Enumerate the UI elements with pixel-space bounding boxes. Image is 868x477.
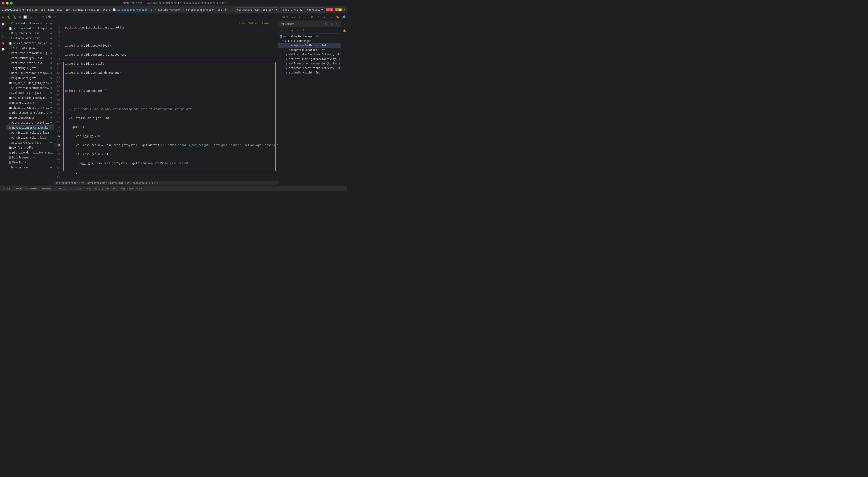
tree-item-rongextension[interactable]: ☕ RongExtension.java xyxy=(6,31,54,36)
breadcrumb-condition[interactable]: if (resourceId > 0) { xyxy=(127,182,158,184)
tree-item-activitycompat[interactable]: ☕ ActivityCompat.java xyxy=(6,140,54,145)
sidebar-icon-bookmarks[interactable]: 🔖 xyxy=(1,41,6,46)
tree-item-rc-ext-plugin[interactable]: 📄 rc_ext_plugin_grid_view.xml xyxy=(6,81,54,85)
tree-item-versiongradle[interactable]: 📄 version.gradle xyxy=(6,115,54,120)
right-icon-notifications[interactable]: 🔔 xyxy=(342,28,347,33)
struct-close-button[interactable]: ✕ xyxy=(335,22,339,26)
tab-logcat[interactable]: Logcat xyxy=(57,187,68,190)
struct-item-statusbarheight[interactable]: ◇ statusBarHeight: Int xyxy=(278,70,341,75)
struct-item-titlebarmanager[interactable]: ▼ ◉ TitleBarManager xyxy=(278,39,341,43)
tab-git[interactable]: ⎇ Git xyxy=(2,187,13,190)
struct-btn-3[interactable]: ▣ xyxy=(290,28,294,33)
breadcrumb-flag[interactable]: 🚩 xyxy=(225,8,228,11)
sidebar-icon-commit[interactable]: ✓ xyxy=(1,28,6,33)
sync-button[interactable]: 🔄 xyxy=(23,15,28,20)
undo-button[interactable]: ↶ xyxy=(322,15,327,20)
tree-item-emoticonboard[interactable]: ☕ EmoticonBoard.java xyxy=(6,36,54,41)
tree-item-rc-conversation[interactable]: 📄 rc_conversation_fragment.xml xyxy=(6,26,54,31)
tree-item-navigationbarmanager[interactable]: 🅺 NavigationBarManager.kt ✕ xyxy=(6,125,54,130)
tree-item-rc-ext[interactable]: 📄 rc_ext_emoticon_tab_container.xml xyxy=(6,41,54,46)
code-content[interactable]: accepted solution 1 2 3 4 5 6 7 8 9 10 1… xyxy=(54,21,278,180)
tab-profiler[interactable]: Profiler xyxy=(70,187,84,190)
struct-item-setstatusbardark[interactable]: ▣ setStatusBarDarkMode(Activity, Boolean… xyxy=(278,52,341,57)
run-button[interactable]: ▶ xyxy=(1,15,6,20)
code-area[interactable]: package com.jinqikeji.baselib.utils impo… xyxy=(63,21,278,180)
breadcrumb-tab1[interactable]: ⌘ TitleBarManager xyxy=(155,8,180,11)
tree-item-viewext[interactable]: 🅺 ViewExt.kt xyxy=(6,160,54,165)
breadcrumb-titlebarmanager[interactable]: TitleBarManager xyxy=(56,182,78,184)
struct-expand-button[interactable]: + xyxy=(313,22,317,26)
right-icon-1[interactable]: ≡ xyxy=(342,22,347,27)
find-button[interactable]: 🔎 xyxy=(341,15,346,20)
struct-btn-1[interactable]: ≡ xyxy=(279,28,284,33)
tree-item-picturemimetype[interactable]: ☕ PictureMimeType.java xyxy=(6,56,54,61)
struct-item-settranslucentnav[interactable]: ▣ setTranslucentNavigation(Activity, Boo… xyxy=(278,61,341,66)
tree-item-defaultextension[interactable]: ☕ DefaultExtensionConfig.java xyxy=(6,70,54,76)
tree-item-pictureselector[interactable]: ☕ PictureSelector.java xyxy=(6,61,54,65)
debug-button[interactable]: 🐛 xyxy=(6,15,11,20)
tree-item-pictureselectoractivity[interactable]: ☕ PictureSelectorActivity.java xyxy=(6,120,54,125)
struct-item-navbarheight[interactable]: ◇ navigationBarHeight: Int xyxy=(278,43,341,48)
struct-item-setstatusbarlightmode[interactable]: ▣ setStatusBarLightMode(Activity, Boolea… xyxy=(278,57,341,61)
breadcrumb-jinqikeji[interactable]: jinqikeji xyxy=(73,8,86,11)
settings-button[interactable]: ⚙ xyxy=(53,15,58,20)
error-count[interactable]: 🔴 3 xyxy=(326,8,333,11)
tab-todo[interactable]: TODO xyxy=(15,187,23,190)
breadcrumb-tab2[interactable]: ◇ navigationBarHeight: Int xyxy=(183,8,222,11)
breadcrumb-navbarheight[interactable]: val navigationBarHeight: Int xyxy=(81,182,123,184)
breadcrumb-com[interactable]: com xyxy=(66,8,70,11)
git-branch-button[interactable]: ⊕ xyxy=(316,15,321,20)
struct-item-navbarwidth[interactable]: ◇ navigationBarWidth: Int xyxy=(278,48,341,52)
maximize-button[interactable] xyxy=(10,2,13,4)
struct-settings-button[interactable]: ⚙ xyxy=(329,22,334,26)
tree-item-permissionchecker[interactable]: ☕ PermissionChecker.java xyxy=(6,135,54,140)
tab-terminal[interactable]: Terminal xyxy=(41,187,55,190)
tab-problems[interactable]: Problems xyxy=(25,187,39,190)
tab-appinspection[interactable]: App Inspection xyxy=(120,187,143,190)
git-history-button[interactable]: ⟳ xyxy=(310,15,315,20)
back-button[interactable]: ← xyxy=(30,15,35,20)
forward-button[interactable]: → xyxy=(35,15,40,20)
breadcrumb-java[interactable]: java xyxy=(57,8,63,11)
tree-item-configgradle[interactable]: 📄 config.gradle xyxy=(6,145,54,150)
tree-item-evaluateplugin[interactable]: ☕ EvaluatePlugin.java xyxy=(6,90,54,95)
struct-item-file[interactable]: 🅺 NavigationBarManager.kt xyxy=(278,34,341,39)
tree-item-pluginboard[interactable]: ☕ PluginBoard.java xyxy=(6,76,54,81)
struct-item-settranslucentstatus[interactable]: ▣ setTranslucentStatus(Activity, Boolean… xyxy=(278,66,341,70)
tree-item-conversation[interactable]: ☕ ConversationFragment.java xyxy=(6,21,54,26)
breadcrumb-baselib[interactable]: baselib xyxy=(27,8,37,11)
tree-item-shape12[interactable]: 📄 shape_12_radius_gray_background_pre xyxy=(6,106,54,110)
tree-item-rc-extension-board[interactable]: 📄 rc_extension_board.xml xyxy=(6,95,54,100)
redo-button[interactable]: ↷ xyxy=(329,15,334,20)
search-button[interactable]: 🔍 xyxy=(48,15,53,20)
git-pull-button[interactable]: ↓ xyxy=(303,15,308,20)
breadcrumb-main[interactable]: main xyxy=(48,8,54,11)
struct-sort-button[interactable]: ⇅ xyxy=(324,22,328,26)
tree-item-pictureselectionmodel[interactable]: ☕ PictureSelectionModel.java xyxy=(6,51,54,56)
api-selector[interactable]: Pixel C API 31 · Android12 ▼ xyxy=(280,7,324,12)
attach-button[interactable]: 📎 xyxy=(12,15,17,20)
panel-more[interactable]: ⋯ xyxy=(344,187,345,190)
tree-item-piccalendar[interactable]: 🖼 pic_calendar_visitor_unpaid.webp xyxy=(6,150,54,155)
breadcrumb-glowequickstart[interactable]: GloweQuickStart xyxy=(2,8,24,11)
breadcrumb-src[interactable]: src xyxy=(40,8,45,11)
struct-btn-4[interactable]: ⊞ xyxy=(296,28,300,33)
tree-item-csconversation[interactable]: ☕ CSConversationUIRenderer.java xyxy=(6,85,54,90)
tree-item-basefragment[interactable]: 🅺 BaseFragment.kt xyxy=(6,155,54,160)
tree-item-pic-change[interactable]: 🖼 pic_change_consultant.webp xyxy=(6,110,54,115)
tree-item-fileplugin[interactable]: ☕ FilePlugin.java xyxy=(6,46,54,51)
tree-item-window[interactable]: ☕ Window.java xyxy=(6,165,54,170)
bookmark-button[interactable]: 🔖 xyxy=(335,15,340,20)
git-push-button[interactable]: ↑ xyxy=(297,15,302,20)
tree-item-baseactivity[interactable]: 🅺 BaseActivity.kt xyxy=(6,100,54,106)
struct-btn-5[interactable]: ℐ xyxy=(301,28,305,33)
minimize-button[interactable] xyxy=(6,2,8,4)
struct-collapse-button[interactable]: − xyxy=(318,22,323,26)
stop-button[interactable]: ■ xyxy=(17,15,22,20)
breadcrumb-baselib2[interactable]: baselib xyxy=(89,8,99,11)
sidebar-icon-build[interactable]: 🔨 xyxy=(1,34,6,39)
tree-item-permissioncheckutil[interactable]: ☕ PermissionCheckUtil.java xyxy=(6,130,54,135)
tab-appquality[interactable]: App Quality Insights xyxy=(86,187,118,190)
breadcrumb-utils[interactable]: utils xyxy=(102,8,110,11)
close-button[interactable] xyxy=(2,2,4,4)
